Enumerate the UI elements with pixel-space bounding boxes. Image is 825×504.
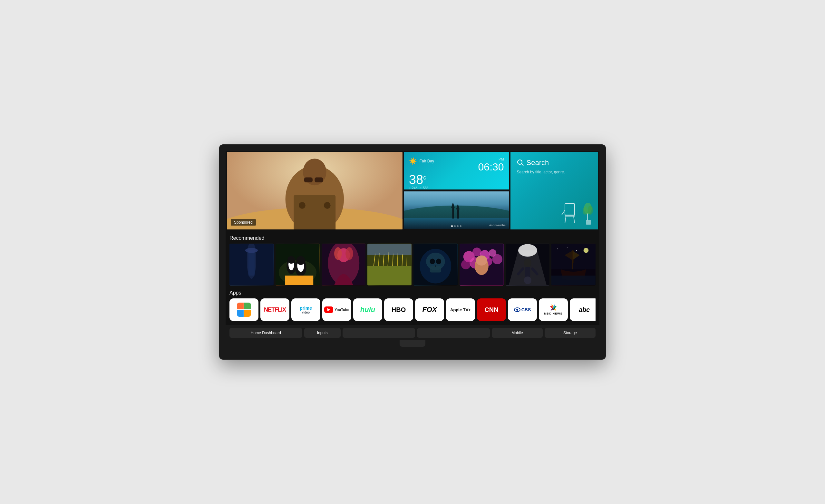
svg-rect-40 xyxy=(285,276,313,285)
nav-inputs[interactable]: Inputs xyxy=(304,328,341,338)
svg-point-39 xyxy=(296,256,305,265)
app-netflix[interactable]: NETFLIX xyxy=(260,298,289,321)
app-nbc[interactable]: NBC NEWS xyxy=(539,298,568,321)
svg-point-61 xyxy=(430,259,435,264)
weather-temperature: 38c xyxy=(409,173,504,186)
apple-tv-logo: Apple TV+ xyxy=(450,307,471,312)
svg-point-45 xyxy=(346,247,353,260)
thumbnail-7[interactable] xyxy=(506,243,550,286)
ch-q1 xyxy=(237,303,244,309)
thumbnail-6[interactable] xyxy=(460,243,504,286)
search-title: Search xyxy=(527,158,549,167)
thumbnail-1[interactable] xyxy=(229,243,274,286)
svg-line-22 xyxy=(562,210,565,215)
tv-screen: Sponsored ☀️ Fair Day PM 06:30 xyxy=(226,151,599,340)
time-period: PM xyxy=(478,157,504,161)
svg-rect-6 xyxy=(294,195,336,229)
youtube-logo: YouTube xyxy=(324,306,349,313)
scenic-tile[interactable]: AccuWeather xyxy=(404,192,509,229)
nbc-text: NBC NEWS xyxy=(544,312,563,315)
thumbnail-3[interactable] xyxy=(322,243,366,286)
hbo-logo: HBO xyxy=(391,306,406,313)
svg-point-44 xyxy=(334,247,342,260)
sponsored-tile[interactable]: Sponsored xyxy=(227,152,402,229)
weather-tile[interactable]: ☀️ Fair Day PM 06:30 38c ↓ 24° xyxy=(404,152,509,190)
app-abc[interactable]: abc xyxy=(570,298,596,321)
svg-point-62 xyxy=(436,259,441,264)
svg-rect-89 xyxy=(551,276,596,285)
accuweather-badge: AccuWeather xyxy=(489,224,507,227)
svg-rect-4 xyxy=(304,177,313,183)
tv-stand xyxy=(400,340,425,347)
nav-item-3[interactable] xyxy=(343,328,416,338)
apps-row: NETFLIX prime video YouTube xyxy=(229,298,596,321)
nbc-peacock-icon xyxy=(548,304,558,311)
cbs-eye-icon xyxy=(514,307,520,312)
nbc-logo: NBC NEWS xyxy=(544,304,563,315)
prime-logo: prime video xyxy=(300,305,312,314)
svg-rect-5 xyxy=(314,177,323,183)
nav-mobile[interactable]: Mobile xyxy=(492,328,543,338)
svg-line-17 xyxy=(521,164,523,166)
app-youtube[interactable]: YouTube xyxy=(322,298,351,321)
svg-point-86 xyxy=(576,250,577,251)
app-apple-tv[interactable]: Apple TV+ xyxy=(446,298,475,321)
weather-header: ☀️ Fair Day xyxy=(409,157,434,165)
app-cbs[interactable]: CBS xyxy=(508,298,537,321)
cbs-logo: CBS xyxy=(514,307,531,312)
bottom-nav: Home Dashboard Inputs Mobile Storage xyxy=(226,325,599,340)
nav-storage[interactable]: Storage xyxy=(545,328,596,338)
ch-q4 xyxy=(244,310,251,317)
thumbnail-5[interactable] xyxy=(414,243,458,286)
svg-point-26 xyxy=(588,206,593,215)
sun-icon: ☀️ xyxy=(409,157,417,165)
svg-rect-19 xyxy=(565,215,575,217)
svg-point-85 xyxy=(567,247,568,247)
app-fox[interactable]: FOX xyxy=(415,298,444,321)
app-prime-video[interactable]: prime video xyxy=(291,298,320,321)
slider-dots xyxy=(451,225,461,227)
prime-text: prime xyxy=(300,305,312,311)
app-cnn[interactable]: CNN xyxy=(477,298,506,321)
svg-point-16 xyxy=(518,160,522,164)
thumbnail-8[interactable] xyxy=(551,243,596,286)
svg-point-84 xyxy=(557,248,558,249)
thumbnail-2[interactable] xyxy=(276,243,320,286)
svg-rect-11 xyxy=(404,218,509,229)
prime-video-text: video xyxy=(302,311,310,314)
search-subtitle: Search by title, actor, genre. xyxy=(517,169,592,175)
svg-point-31 xyxy=(245,248,258,253)
svg-line-55 xyxy=(407,256,407,266)
dot-4 xyxy=(460,225,461,227)
thumbnail-4[interactable] xyxy=(367,243,411,286)
svg-rect-77 xyxy=(525,267,530,278)
search-icon xyxy=(517,159,524,166)
svg-point-71 xyxy=(492,254,502,264)
svg-rect-18 xyxy=(565,204,575,215)
app-ch[interactable] xyxy=(229,298,258,321)
tv-frame: Sponsored ☀️ Fair Day PM 06:30 xyxy=(219,144,606,360)
ch-logo xyxy=(237,303,251,317)
cbs-text: CBS xyxy=(521,307,531,312)
dot-2 xyxy=(454,225,456,227)
svg-rect-12 xyxy=(452,208,454,218)
svg-point-83 xyxy=(584,248,589,253)
hero-section: Sponsored ☀️ Fair Day PM 06:30 xyxy=(226,151,599,231)
fox-logo: FOX xyxy=(422,305,437,314)
app-hbo[interactable]: HBO xyxy=(384,298,413,321)
nav-home-dashboard[interactable]: Home Dashboard xyxy=(229,328,302,338)
search-icon-row: Search xyxy=(517,158,592,167)
svg-line-21 xyxy=(574,217,575,223)
recommended-label: Recommended xyxy=(229,231,596,243)
search-tile[interactable]: Search Search by title, actor, genre. xyxy=(511,152,598,229)
plant-decoration xyxy=(582,201,595,226)
cnn-logo: CNN xyxy=(484,306,498,313)
chair-decoration xyxy=(560,201,580,226)
svg-point-76 xyxy=(524,259,531,267)
thumbnails-row xyxy=(229,243,596,286)
svg-point-68 xyxy=(461,260,470,269)
app-hulu[interactable]: hulu xyxy=(353,298,382,321)
nav-item-4[interactable] xyxy=(417,328,490,338)
svg-point-27 xyxy=(583,207,588,215)
abc-logo: abc xyxy=(579,306,590,313)
